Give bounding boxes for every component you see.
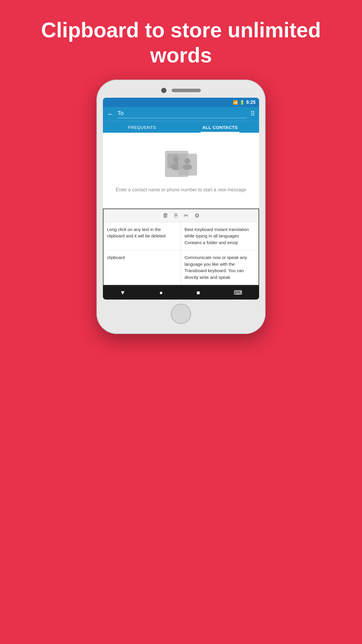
clipboard-cell-1-2[interactable]: Best Keyboard Instant translation while … (181, 222, 259, 251)
phone-screen: 📶 🔋 6:25 ← To ⠿ FREQUENTS ALL CONT (103, 98, 259, 300)
clipboard-area: 🗑 ⎘ ✂ ⚙ Long click on any text in the cl… (103, 209, 259, 286)
clipboard-toolbar: 🗑 ⎘ ✂ ⚙ (103, 209, 259, 222)
tabs-bar: FREQUENTS ALL CONTACTS (103, 121, 259, 133)
camera-dot (161, 88, 166, 93)
svg-point-6 (183, 164, 192, 170)
speaker-bar (172, 89, 201, 92)
empty-contacts-area: Enter a contact name or phone number to … (103, 133, 259, 209)
status-time: 6:25 (246, 100, 256, 105)
grid-icon[interactable]: ⠿ (250, 110, 255, 118)
contacts-empty-icon (162, 148, 200, 181)
svg-point-5 (184, 158, 190, 164)
signal-icon: 📶 (233, 100, 238, 105)
cut-icon[interactable]: ✂ (184, 212, 189, 219)
nav-back-icon[interactable]: ▼ (120, 289, 126, 296)
settings-icon[interactable]: ⚙ (194, 212, 200, 219)
to-label: To (117, 110, 124, 116)
bottom-nav: ▼ ● ■ ⌨ (103, 286, 259, 300)
status-bar: 📶 🔋 6:25 (103, 98, 259, 107)
clipboard-cell-2-1[interactable]: clipboard (103, 250, 181, 285)
tab-frequents[interactable]: FREQUENTS (103, 121, 181, 133)
delete-icon[interactable]: 🗑 (163, 212, 168, 219)
tab-all-contacts[interactable]: ALL CONTACTS (181, 121, 259, 133)
nav-keyboard-icon[interactable]: ⌨ (234, 289, 242, 296)
home-button[interactable] (171, 304, 191, 324)
clipboard-grid: Long click on any text in the clipboard … (103, 222, 259, 285)
battery-icon: 🔋 (240, 100, 245, 105)
empty-contacts-message: Enter a contact name or phone number to … (116, 186, 246, 193)
clipboard-cell-2-2[interactable]: Communicate now or speak any language yo… (181, 250, 259, 285)
nav-recents-icon[interactable]: ■ (196, 289, 200, 296)
back-button[interactable]: ← (107, 110, 114, 118)
app-header: ← To ⠿ (103, 107, 259, 121)
nav-home-icon[interactable]: ● (159, 289, 163, 296)
phone-frame: 📶 🔋 6:25 ← To ⠿ FREQUENTS ALL CONT (96, 80, 266, 334)
clipboard-cell-1-1[interactable]: Long click on any text in the clipboard … (103, 222, 181, 251)
copy-icon[interactable]: ⎘ (174, 212, 178, 219)
page-title: Clipboard to store unlimited words (0, 0, 362, 80)
to-field[interactable]: To (117, 110, 247, 118)
